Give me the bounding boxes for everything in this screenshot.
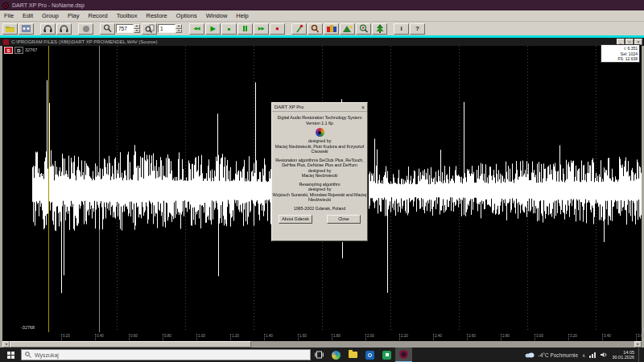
menu-item-options[interactable]: Options	[176, 12, 197, 19]
menu-item-edit[interactable]: Edit	[23, 12, 33, 19]
amplitude-max-label: 32767	[25, 47, 37, 52]
ffwd-button[interactable]: ▶▶	[254, 23, 269, 35]
help-button[interactable]: ?	[410, 23, 425, 35]
start-button[interactable]	[0, 348, 21, 362]
about-dialog-title: DART XP Pro	[275, 105, 361, 109]
palette-icon	[327, 25, 336, 33]
play-button[interactable]: ▶	[205, 23, 221, 35]
amplitude-min-label: -32768	[21, 325, 35, 330]
zoom-value-field[interactable]: 757	[116, 24, 134, 33]
info-fs: FS: 12.638	[601, 56, 638, 62]
destination-channel-button[interactable]: D	[14, 47, 23, 54]
wave-window-icon	[3, 39, 9, 45]
wave-window-title-bar[interactable]: C:\PROGRAM FILES (X86)\DART XP PRO\MENDE…	[0, 38, 644, 46]
about-gdansk-button[interactable]: About Gdansk	[279, 215, 312, 224]
open-button[interactable]	[2, 23, 18, 35]
scroll-left-button[interactable]: ◄	[2, 341, 10, 348]
taskbar-dart-button[interactable]	[395, 348, 412, 362]
dialog-close-icon[interactable]: ×	[361, 105, 365, 110]
record-icon: ●	[275, 26, 279, 32]
record-monitor-button[interactable]	[78, 23, 93, 35]
menu-item-help[interactable]: Help	[236, 12, 248, 19]
clock-date: 30.01.2026	[612, 355, 634, 360]
taskbar-outlook-button[interactable]	[361, 348, 378, 362]
wave-window-title: C:\PROGRAM FILES (X86)\DART XP PRO\MENDE…	[11, 39, 616, 44]
authors-3: Wojciech Suranski, Miroslaw Rojewski and…	[272, 192, 367, 203]
source-channel-button[interactable]: S	[4, 47, 13, 54]
stop-button[interactable]: ■	[221, 23, 237, 35]
analyze-button[interactable]	[356, 23, 371, 35]
help-icon: ?	[415, 26, 419, 32]
app-title-bar: DART XP Pro - NoName.dsp	[0, 0, 644, 10]
horn-icon	[311, 24, 320, 33]
dehiss-button[interactable]	[308, 23, 323, 35]
page-down-button[interactable]: ▼	[175, 29, 182, 34]
page-spinner[interactable]: 1 ▲▼	[158, 24, 182, 33]
zoom-spinner[interactable]: 757 ▲▼	[116, 24, 140, 33]
file-explorer-icon	[349, 352, 357, 358]
menu-item-restore[interactable]: Restore	[147, 12, 167, 19]
menu-item-play[interactable]: Play	[68, 12, 80, 19]
pause-button[interactable]	[237, 23, 253, 35]
green-app-icon	[382, 351, 391, 360]
preview-button[interactable]	[56, 23, 72, 35]
menu-item-record[interactable]: Record	[88, 12, 107, 19]
search-placeholder: Wyszukaj	[35, 352, 59, 358]
ruler-tick: 1.20	[230, 334, 239, 340]
task-view-icon	[315, 351, 324, 359]
save-button[interactable]	[19, 23, 34, 35]
taskbar-explorer-button[interactable]	[345, 348, 361, 362]
scroll-thumb[interactable]	[10, 341, 251, 348]
speaker-icon[interactable]	[601, 352, 608, 358]
horizontal-scrollbar[interactable]: ◄ ►	[2, 341, 642, 348]
windows-logo-icon	[7, 352, 14, 359]
ruler-tick: 0.20	[61, 334, 70, 340]
weather-cloud-icon	[525, 352, 535, 358]
ruler-tick: 1.40	[264, 334, 273, 340]
menu-item-window[interactable]: Window	[206, 12, 228, 19]
zoom-down-button[interactable]: ▼	[134, 29, 140, 34]
ruler-tick: 0.80	[163, 334, 171, 340]
version-line: Version 1.1 6p	[272, 121, 367, 126]
cassette-icon	[22, 25, 31, 32]
tree-button[interactable]	[372, 23, 387, 35]
ruler-tick: 3.00	[535, 334, 543, 340]
clock[interactable]: 14:05 30.01.2026	[612, 350, 634, 360]
record-button[interactable]: ●	[270, 23, 285, 35]
about-dialog-body: Digital Audio Restoration Technology Sys…	[272, 112, 367, 224]
restoration-line: Restoration algorithms DeClick Plus, ReT…	[272, 158, 367, 168]
menu-item-group[interactable]: Group	[42, 12, 59, 19]
dialog-close-button[interactable]: Close	[327, 215, 361, 224]
ruler-tick: 0.40	[95, 334, 104, 340]
rewind-button[interactable]: ◀◀	[189, 23, 204, 35]
tray-chevron-icon[interactable]: ∧	[582, 352, 585, 358]
scroll-right-button[interactable]: ►	[634, 341, 642, 348]
toolbar: 757 ▲▼ 1 ▲▼ ◀◀ ▶ ■ ▶▶ ●	[0, 22, 644, 35]
dehum-button[interactable]	[340, 23, 355, 35]
search-input[interactable]: Wyszukaj	[21, 349, 311, 360]
info-button[interactable]: i	[394, 23, 409, 35]
network-icon[interactable]	[589, 352, 597, 358]
declick-button[interactable]	[291, 23, 307, 35]
ruler-tick: 2.80	[501, 334, 510, 340]
about-dialog-title-bar[interactable]: DART XP Pro ×	[272, 103, 367, 112]
headphones-preview-icon	[60, 25, 68, 33]
show-desktop-button[interactable]	[638, 348, 641, 362]
page-value-field[interactable]: 1	[158, 24, 175, 33]
pine-tree-icon	[376, 24, 384, 33]
denoise-button[interactable]	[324, 23, 339, 35]
zoom-button[interactable]	[100, 23, 115, 35]
taskbar-green-app-button[interactable]	[378, 348, 395, 362]
weather-text[interactable]: -4°C Pochmurnie	[539, 352, 579, 358]
menu-item-toolbox[interactable]: Toolbox	[117, 12, 138, 19]
page-magnifier-icon	[145, 24, 155, 33]
task-view-button[interactable]	[311, 348, 328, 362]
page-zoom-button[interactable]	[142, 23, 157, 35]
stop-icon: ■	[228, 27, 231, 31]
taskbar-browser-button[interactable]	[328, 348, 345, 362]
monitor-button[interactable]	[40, 23, 56, 35]
ruler-tick: 1.80	[332, 334, 341, 340]
menu-item-file[interactable]: File	[4, 12, 14, 19]
ruler-tick: 2.20	[399, 334, 408, 340]
cd-icon	[316, 128, 324, 137]
